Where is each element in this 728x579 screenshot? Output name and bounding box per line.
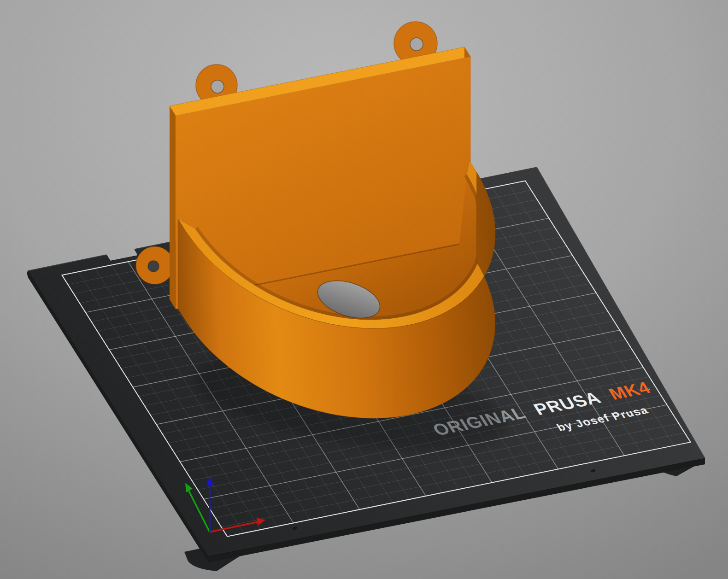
mounting-hole-left — [148, 261, 159, 272]
mounting-hole-top-left — [211, 80, 224, 93]
mounting-hole-top-right — [410, 38, 423, 51]
plate-left-edge — [170, 106, 176, 309]
slicer-3d-viewport[interactable]: ORIGINAL PRUSA MK4 by Josef Prusa — [0, 0, 728, 579]
